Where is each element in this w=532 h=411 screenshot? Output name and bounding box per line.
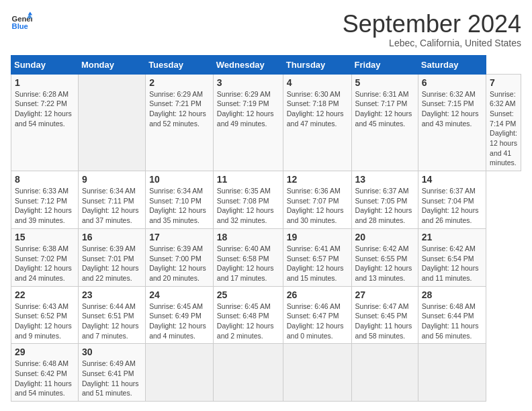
day-number: 15	[15, 232, 75, 242]
day-number: 9	[82, 174, 142, 185]
logo: General Blue	[11, 11, 32, 32]
day-detail: Sunrise: 6:41 AM Sunset: 6:57 PM Dayligh…	[287, 244, 348, 283]
calendar-day-cell: 6Sunrise: 6:32 AM Sunset: 7:15 PM Daylig…	[418, 74, 486, 171]
location: Lebec, California, United States	[343, 38, 521, 48]
calendar-day-cell	[146, 344, 214, 402]
day-detail: Sunrise: 6:30 AM Sunset: 7:18 PM Dayligh…	[287, 89, 348, 129]
day-detail: Sunrise: 6:47 AM Sunset: 6:45 PM Dayligh…	[355, 302, 414, 341]
calendar-day-cell: 30Sunrise: 6:49 AM Sunset: 6:41 PM Dayli…	[78, 344, 145, 402]
calendar-day-cell: 20Sunrise: 6:42 AM Sunset: 6:55 PM Dayli…	[351, 228, 418, 286]
day-detail: Sunrise: 6:42 AM Sunset: 6:55 PM Dayligh…	[355, 244, 414, 283]
calendar-day-cell: 8Sunrise: 6:33 AM Sunset: 7:12 PM Daylig…	[11, 171, 79, 229]
day-detail: Sunrise: 6:39 AM Sunset: 7:01 PM Dayligh…	[82, 244, 142, 283]
day-number: 6	[422, 77, 482, 88]
calendar-week-row: 15Sunrise: 6:38 AM Sunset: 7:02 PM Dayli…	[11, 228, 521, 286]
day-number: 24	[149, 289, 210, 300]
calendar-day-cell: 1Sunrise: 6:28 AM Sunset: 7:22 PM Daylig…	[11, 74, 79, 171]
day-of-week-header: Sunday	[11, 55, 79, 74]
month-title: September 2024	[343, 11, 521, 38]
calendar-day-cell: 7Sunrise: 6:32 AM Sunset: 7:14 PM Daylig…	[486, 74, 521, 171]
day-number: 16	[82, 232, 142, 242]
day-of-week-header: Friday	[351, 55, 418, 74]
day-detail: Sunrise: 6:32 AM Sunset: 7:15 PM Dayligh…	[422, 89, 482, 129]
day-number: 20	[355, 232, 414, 242]
day-number: 12	[287, 174, 348, 185]
day-number: 29	[15, 347, 75, 357]
day-of-week-header: Monday	[78, 55, 145, 74]
day-detail: Sunrise: 6:40 AM Sunset: 6:58 PM Dayligh…	[217, 244, 279, 283]
day-number: 23	[82, 289, 142, 300]
day-number: 17	[149, 232, 210, 242]
day-number: 28	[422, 289, 482, 300]
day-detail: Sunrise: 6:43 AM Sunset: 6:52 PM Dayligh…	[15, 302, 75, 341]
day-detail: Sunrise: 6:44 AM Sunset: 6:51 PM Dayligh…	[82, 302, 142, 341]
calendar-day-cell: 21Sunrise: 6:42 AM Sunset: 6:54 PM Dayli…	[418, 228, 486, 286]
calendar-week-row: 22Sunrise: 6:43 AM Sunset: 6:52 PM Dayli…	[11, 286, 521, 344]
day-number: 22	[15, 289, 75, 300]
calendar-day-cell: 19Sunrise: 6:41 AM Sunset: 6:57 PM Dayli…	[283, 228, 351, 286]
day-number: 19	[287, 232, 348, 242]
logo-icon: General Blue	[11, 11, 32, 32]
calendar-day-cell: 22Sunrise: 6:43 AM Sunset: 6:52 PM Dayli…	[11, 286, 79, 344]
calendar-day-cell: 25Sunrise: 6:45 AM Sunset: 6:48 PM Dayli…	[213, 286, 283, 344]
svg-marker-2	[28, 12, 32, 15]
day-number: 30	[82, 347, 142, 357]
day-number: 13	[355, 174, 414, 185]
day-detail: Sunrise: 6:29 AM Sunset: 7:21 PM Dayligh…	[149, 89, 210, 129]
day-number: 4	[287, 77, 348, 88]
day-detail: Sunrise: 6:38 AM Sunset: 7:02 PM Dayligh…	[15, 244, 75, 283]
calendar-table: SundayMondayTuesdayWednesdayThursdayFrid…	[11, 55, 521, 402]
day-number: 21	[422, 232, 482, 242]
calendar-day-cell	[283, 344, 351, 402]
day-detail: Sunrise: 6:45 AM Sunset: 6:48 PM Dayligh…	[217, 302, 279, 341]
calendar-day-cell: 3Sunrise: 6:29 AM Sunset: 7:19 PM Daylig…	[213, 74, 283, 171]
calendar-day-cell: 15Sunrise: 6:38 AM Sunset: 7:02 PM Dayli…	[11, 228, 79, 286]
title-block: September 2024 Lebec, California, United…	[343, 11, 521, 48]
day-detail: Sunrise: 6:36 AM Sunset: 7:07 PM Dayligh…	[287, 186, 348, 226]
day-number: 7	[490, 77, 517, 88]
day-number: 3	[217, 77, 279, 88]
calendar-day-cell: 28Sunrise: 6:48 AM Sunset: 6:44 PM Dayli…	[418, 286, 486, 344]
calendar-week-row: 8Sunrise: 6:33 AM Sunset: 7:12 PM Daylig…	[11, 171, 521, 229]
calendar-week-row: 1Sunrise: 6:28 AM Sunset: 7:22 PM Daylig…	[11, 74, 521, 171]
calendar-day-cell: 18Sunrise: 6:40 AM Sunset: 6:58 PM Dayli…	[213, 228, 283, 286]
day-number: 11	[217, 174, 279, 185]
calendar-day-cell: 5Sunrise: 6:31 AM Sunset: 7:17 PM Daylig…	[351, 74, 418, 171]
day-detail: Sunrise: 6:48 AM Sunset: 6:42 PM Dayligh…	[15, 359, 75, 398]
calendar-day-cell: 14Sunrise: 6:37 AM Sunset: 7:04 PM Dayli…	[418, 171, 486, 229]
day-detail: Sunrise: 6:42 AM Sunset: 6:54 PM Dayligh…	[422, 244, 482, 283]
calendar-header-row: SundayMondayTuesdayWednesdayThursdayFrid…	[11, 55, 521, 74]
day-detail: Sunrise: 6:39 AM Sunset: 7:00 PM Dayligh…	[149, 244, 210, 283]
calendar-day-cell	[213, 344, 283, 402]
day-of-week-header: Wednesday	[213, 55, 283, 74]
day-detail: Sunrise: 6:34 AM Sunset: 7:10 PM Dayligh…	[149, 186, 210, 226]
calendar-day-cell	[351, 344, 418, 402]
day-detail: Sunrise: 6:29 AM Sunset: 7:19 PM Dayligh…	[217, 89, 279, 129]
svg-text:Blue: Blue	[12, 22, 28, 30]
day-detail: Sunrise: 6:33 AM Sunset: 7:12 PM Dayligh…	[15, 186, 75, 226]
calendar-day-cell: 16Sunrise: 6:39 AM Sunset: 7:01 PM Dayli…	[78, 228, 145, 286]
day-detail: Sunrise: 6:34 AM Sunset: 7:11 PM Dayligh…	[82, 186, 142, 226]
calendar-day-cell: 24Sunrise: 6:45 AM Sunset: 6:49 PM Dayli…	[146, 286, 214, 344]
day-number: 5	[355, 77, 414, 88]
day-number: 1	[15, 77, 75, 88]
day-of-week-header: Tuesday	[146, 55, 214, 74]
calendar-day-cell: 23Sunrise: 6:44 AM Sunset: 6:51 PM Dayli…	[78, 286, 145, 344]
calendar-day-cell: 9Sunrise: 6:34 AM Sunset: 7:11 PM Daylig…	[78, 171, 145, 229]
calendar-day-cell: 12Sunrise: 6:36 AM Sunset: 7:07 PM Dayli…	[283, 171, 351, 229]
day-number: 18	[217, 232, 279, 242]
day-number: 27	[355, 289, 414, 300]
day-number: 14	[422, 174, 482, 185]
day-number: 25	[217, 289, 279, 300]
calendar-day-cell: 26Sunrise: 6:46 AM Sunset: 6:47 PM Dayli…	[283, 286, 351, 344]
page-header: General Blue September 2024 Lebec, Calif…	[11, 11, 521, 48]
calendar-day-cell: 4Sunrise: 6:30 AM Sunset: 7:18 PM Daylig…	[283, 74, 351, 171]
calendar-day-cell: 13Sunrise: 6:37 AM Sunset: 7:05 PM Dayli…	[351, 171, 418, 229]
calendar-day-cell: 2Sunrise: 6:29 AM Sunset: 7:21 PM Daylig…	[146, 74, 214, 171]
calendar-week-row: 29Sunrise: 6:48 AM Sunset: 6:42 PM Dayli…	[11, 344, 521, 402]
day-detail: Sunrise: 6:45 AM Sunset: 6:49 PM Dayligh…	[149, 302, 210, 341]
calendar-day-cell: 29Sunrise: 6:48 AM Sunset: 6:42 PM Dayli…	[11, 344, 79, 402]
calendar-day-cell	[78, 74, 145, 171]
day-detail: Sunrise: 6:37 AM Sunset: 7:05 PM Dayligh…	[355, 186, 414, 226]
calendar-day-cell: 11Sunrise: 6:35 AM Sunset: 7:08 PM Dayli…	[213, 171, 283, 229]
